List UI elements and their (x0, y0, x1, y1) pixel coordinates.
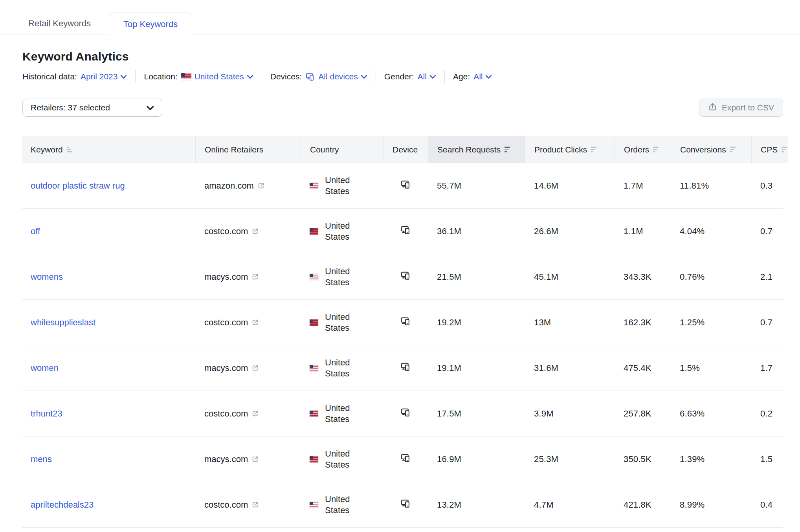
table-row: whilesupplieslast costco.com United Stat… (22, 300, 783, 345)
sort-icon[interactable] (653, 147, 660, 152)
column-header-label: CPS (761, 145, 778, 154)
conversions-cell: 0.76% (671, 254, 751, 299)
retailer-cell: costco.com (195, 209, 301, 254)
export-csv-button[interactable]: Export to CSV (699, 99, 783, 117)
device-cell (383, 209, 428, 254)
external-link-icon[interactable] (251, 227, 259, 235)
filter-value-dropdown[interactable]: April 2023 (81, 72, 127, 81)
device-cell (383, 482, 428, 527)
country-name: United States (325, 494, 364, 516)
table-row: trhunt23 costco.com United States 17.5M … (22, 391, 783, 437)
page-title: Keyword Analytics (22, 50, 783, 63)
keyword-cell: apriltechdeals23 (22, 482, 195, 527)
column-header-keyword[interactable]: Keyword (22, 136, 195, 163)
cps-cell: 0.4 (751, 482, 783, 527)
external-link-icon[interactable] (251, 455, 259, 463)
sort-icon[interactable] (505, 147, 511, 152)
sort-icon[interactable] (591, 147, 598, 152)
search-requests-cell: 19.2M (428, 300, 525, 345)
keyword-link[interactable]: mens (31, 454, 52, 464)
retailer-cell: costco.com (195, 391, 301, 436)
conversions-cell: 8.99% (671, 482, 751, 527)
cps-cell: 0.2 (751, 391, 783, 436)
sort-icon[interactable] (730, 147, 737, 152)
cps-cell: 0.7 (751, 209, 783, 254)
column-header-search-requests[interactable]: Search Requests (428, 136, 525, 163)
tab-bar: Retail Keywords Top Keywords (0, 0, 800, 35)
filter-value-dropdown[interactable]: All devices (305, 72, 367, 82)
search-requests-cell: 19.1M (428, 345, 525, 391)
external-link-icon[interactable] (251, 364, 259, 372)
product-clicks-cell: 31.6M (525, 345, 615, 391)
product-clicks-cell: 45.1M (525, 254, 615, 299)
keyword-link[interactable]: off (31, 226, 40, 237)
keyword-link[interactable]: apriltechdeals23 (31, 500, 94, 510)
conversions-cell: 11.81% (671, 163, 751, 208)
country-name: United States (325, 220, 364, 242)
retailers-dropdown[interactable]: Retailers: 37 selected (22, 99, 162, 117)
retailer-domain: macys.com (204, 272, 248, 282)
filter-value-dropdown[interactable]: All (473, 72, 492, 81)
country-cell: United States (301, 254, 383, 299)
column-header-label: Orders (624, 145, 649, 154)
product-clicks-cell: 4.7M (525, 482, 615, 527)
filter-divider (262, 70, 262, 83)
conversions-cell: 1.25% (671, 300, 751, 345)
column-header-conversions[interactable]: Conversions (671, 136, 751, 163)
keyword-cell: women (22, 345, 195, 391)
external-link-icon[interactable] (251, 273, 259, 281)
column-header-cps[interactable]: CPS (751, 136, 788, 163)
us-flag-icon (310, 183, 318, 189)
conversions-cell: 4.04% (671, 209, 751, 254)
desktop-mobile-icon (400, 361, 411, 374)
us-flag-icon (310, 456, 318, 462)
column-header-label: Conversions (680, 145, 726, 154)
sort-icon[interactable] (782, 147, 788, 152)
sort-icon[interactable] (67, 147, 73, 152)
keyword-link[interactable]: trhunt23 (31, 409, 62, 419)
external-link-icon[interactable] (251, 319, 259, 326)
column-header-product-clicks[interactable]: Product Clicks (525, 136, 615, 163)
country-cell: United States (301, 300, 383, 345)
keyword-cell: outdoor plastic straw rug (22, 163, 195, 208)
chevron-down-icon (361, 75, 367, 79)
retailer-cell: macys.com (195, 437, 301, 482)
product-clicks-cell: 3.9M (525, 391, 615, 436)
filter-value-dropdown[interactable]: All (418, 72, 436, 81)
retailer-cell: costco.com (195, 482, 301, 527)
toolbar: Retailers: 37 selected Export to CSV (22, 99, 783, 117)
tab-top-keywords[interactable]: Top Keywords (109, 13, 192, 35)
desktop-mobile-icon (400, 225, 411, 238)
retailer-domain: costco.com (204, 409, 248, 419)
retailer-domain: macys.com (204, 363, 248, 373)
orders-cell: 162.3K (615, 300, 671, 345)
external-link-icon[interactable] (257, 182, 265, 189)
filter-gender: Gender:All (384, 72, 436, 81)
tab-retail-keywords[interactable]: Retail Keywords (28, 12, 92, 35)
external-link-icon[interactable] (251, 501, 259, 508)
orders-cell: 1.1M (615, 209, 671, 254)
cps-cell: 1.7 (751, 345, 783, 391)
keyword-link[interactable]: women (31, 363, 59, 373)
external-link-icon[interactable] (251, 410, 259, 417)
table-row: outdoor plastic straw rug amazon.com Uni… (22, 163, 783, 209)
us-flag-icon (310, 502, 318, 508)
filter-divider (376, 70, 376, 83)
keyword-link[interactable]: womens (31, 272, 63, 282)
keyword-link[interactable]: outdoor plastic straw rug (31, 181, 125, 191)
column-header-label: Search Requests (437, 145, 501, 154)
keyword-link[interactable]: whilesupplieslast (31, 317, 95, 328)
country-cell: United States (301, 391, 383, 436)
country-name: United States (325, 312, 364, 334)
column-header-orders[interactable]: Orders (615, 136, 671, 163)
table-row: women macys.com United States 19.1M 31.6… (22, 345, 783, 391)
chevron-down-icon (247, 75, 253, 79)
table-row: womens macys.com United States 21.5M 45.… (22, 254, 783, 300)
device-cell (383, 163, 428, 208)
table-row: mens macys.com United States 16.9M 25.3M… (22, 437, 783, 482)
device-cell (383, 254, 428, 299)
desktop-mobile-icon (400, 316, 411, 329)
retailer-cell: costco.com (195, 300, 301, 345)
column-header-country: Country (301, 136, 383, 163)
filter-value-dropdown[interactable]: United States (181, 72, 253, 81)
